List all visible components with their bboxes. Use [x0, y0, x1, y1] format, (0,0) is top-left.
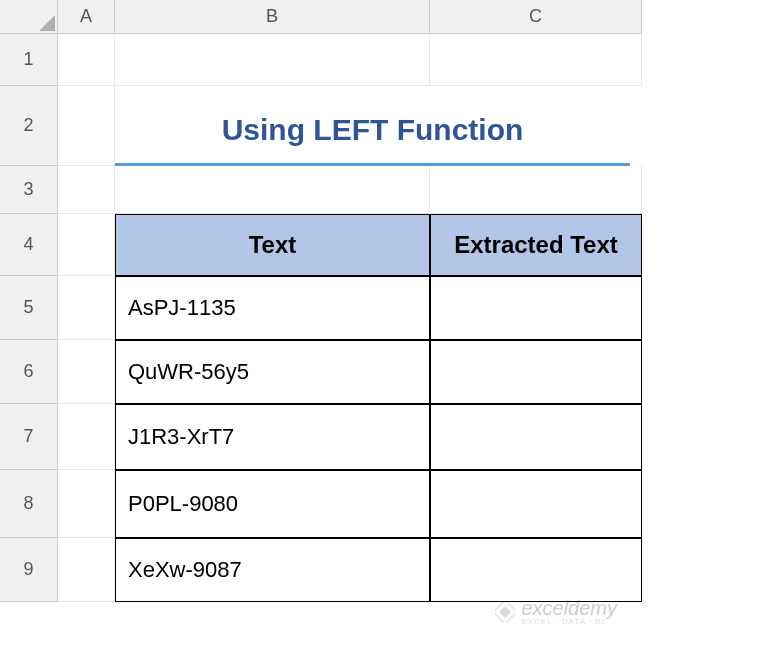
row-header-7[interactable]: 7	[0, 404, 58, 470]
cell-c1[interactable]	[430, 34, 642, 86]
col-header-c[interactable]: C	[430, 0, 642, 34]
row-header-9[interactable]: 9	[0, 538, 58, 602]
row-header-8[interactable]: 8	[0, 470, 58, 538]
cell-a8[interactable]	[58, 470, 115, 538]
row-header-4[interactable]: 4	[0, 214, 58, 276]
cell-a2[interactable]	[58, 86, 115, 166]
col-header-b[interactable]: B	[115, 0, 430, 34]
cell-a1[interactable]	[58, 34, 115, 86]
table-row[interactable]	[430, 340, 642, 404]
watermark: exceldemy EXCEL · DATA · BI	[495, 598, 617, 626]
cell-a3[interactable]	[58, 166, 115, 214]
page-title: Using LEFT Function	[115, 96, 630, 166]
select-all-corner[interactable]	[0, 0, 58, 34]
row-header-2[interactable]: 2	[0, 86, 58, 166]
cell-a7[interactable]	[58, 404, 115, 470]
row-header-5[interactable]: 5	[0, 276, 58, 340]
cell-a4[interactable]	[58, 214, 115, 276]
cell-a5[interactable]	[58, 276, 115, 340]
cell-b3[interactable]	[115, 166, 430, 214]
watermark-sub: EXCEL · DATA · BI	[521, 618, 617, 626]
cell-c3[interactable]	[430, 166, 642, 214]
row-header-3[interactable]: 3	[0, 166, 58, 214]
row-header-6[interactable]: 6	[0, 340, 58, 404]
watermark-main: exceldemy	[521, 598, 617, 618]
table-header-extracted[interactable]: Extracted Text	[430, 214, 642, 276]
table-row[interactable]: QuWR-56y5	[115, 340, 430, 404]
table-row[interactable]: AsPJ-1135	[115, 276, 430, 340]
table-row[interactable]	[430, 470, 642, 538]
cell-b1[interactable]	[115, 34, 430, 86]
table-row[interactable]: J1R3-XrT7	[115, 404, 430, 470]
col-header-a[interactable]: A	[58, 0, 115, 34]
table-header-text[interactable]: Text	[115, 214, 430, 276]
row-header-1[interactable]: 1	[0, 34, 58, 86]
table-row[interactable]	[430, 276, 642, 340]
table-row[interactable]: XeXw-9087	[115, 538, 430, 602]
cell-a9[interactable]	[58, 538, 115, 602]
table-row[interactable]	[430, 538, 642, 602]
logo-icon	[495, 602, 515, 622]
table-row[interactable]: P0PL-9080	[115, 470, 430, 538]
svg-rect-1	[499, 606, 511, 618]
spreadsheet-grid: A B C 1 2 Using LEFT Function 3 4 Text E…	[0, 0, 767, 602]
cell-a6[interactable]	[58, 340, 115, 404]
table-row[interactable]	[430, 404, 642, 470]
